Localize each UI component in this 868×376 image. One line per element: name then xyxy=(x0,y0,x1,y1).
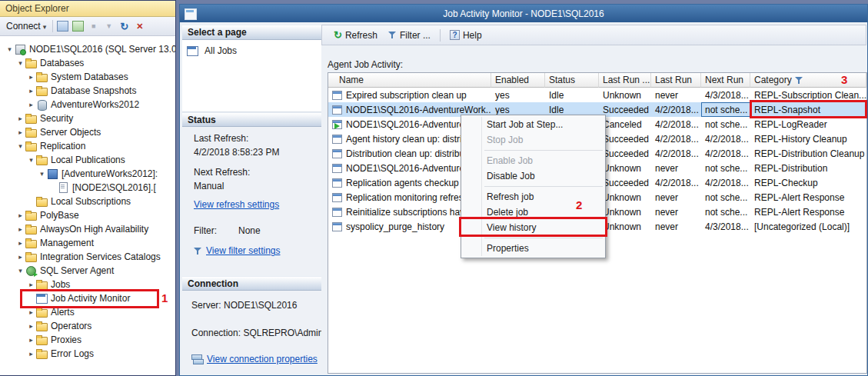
job-icon xyxy=(332,120,342,129)
tree-item-server-objects[interactable]: ▸Server Objects xyxy=(0,125,175,139)
menu-item-view-history[interactable]: View history xyxy=(461,220,605,235)
page-item-all-jobs[interactable]: All Jobs xyxy=(182,42,321,58)
page-list: All Jobs xyxy=(182,40,321,112)
disconnect-icon[interactable] xyxy=(72,21,84,32)
expand-icon[interactable]: ▸ xyxy=(26,73,36,81)
refresh-icon[interactable] xyxy=(118,21,130,32)
tree-item-integration-services-catalogs[interactable]: ▸Integration Services Catalogs xyxy=(0,250,175,264)
menu-item-start-job-at-step[interactable]: Start Job at Step... xyxy=(461,117,605,132)
category-filter-icon[interactable] xyxy=(795,76,803,85)
view-refresh-settings-link[interactable]: View refresh settings xyxy=(194,199,279,210)
job-row[interactable]: Expired subscription clean upyesIdleUnkn… xyxy=(328,88,866,102)
tree-item-security[interactable]: ▸Security xyxy=(0,111,175,125)
expand-icon[interactable]: ▸ xyxy=(15,211,25,219)
tree-item-alwayson-high-availability[interactable]: ▸AlwaysOn High Availability xyxy=(0,222,175,236)
clear-filter-icon[interactable] xyxy=(134,21,145,32)
column-header-last-run[interactable]: Last Run xyxy=(651,73,701,88)
tree-item-jobs[interactable]: ▸Jobs xyxy=(0,278,175,291)
tree-item-adventureworks2012[interactable]: ▾[AdventureWorks2012]: xyxy=(0,167,175,181)
folder-icon xyxy=(36,72,48,82)
expand-icon[interactable]: ▸ xyxy=(26,322,36,330)
pub-icon xyxy=(47,168,58,179)
expand-icon[interactable]: ▸ xyxy=(15,128,25,136)
menu-item-properties[interactable]: Properties xyxy=(461,241,605,256)
column-header-next-run[interactable]: Next Run xyxy=(701,73,750,88)
column-header-category[interactable]: Category xyxy=(750,73,866,88)
collapse-icon[interactable]: ▾ xyxy=(37,170,47,178)
tree-item-operators[interactable]: ▸Operators xyxy=(0,319,175,333)
tree-item-local-publications[interactable]: ▾Local Publications xyxy=(0,153,175,167)
column-header-enabled[interactable]: Enabled xyxy=(491,73,545,88)
column-header-label: Last Run ... xyxy=(603,75,650,85)
filter-row: Filter: None xyxy=(194,225,321,236)
cell-text: Agent history clean up: distributi xyxy=(346,134,477,145)
tree-item-error-logs[interactable]: ▸Error Logs xyxy=(0,347,175,361)
expand-icon[interactable]: ▸ xyxy=(26,336,36,344)
select-page-pane: Select a page All Jobs Status Last Refre… xyxy=(182,25,321,373)
tree-item-label: Database Snapshots xyxy=(51,85,136,96)
tree-item-alerts[interactable]: ▸Alerts xyxy=(0,305,175,319)
collapse-icon[interactable]: ▾ xyxy=(26,156,36,164)
collapse-icon[interactable]: ▾ xyxy=(15,142,25,150)
tree-item-databases[interactable]: ▾Databases xyxy=(0,56,175,70)
column-header-status[interactable]: Status xyxy=(545,73,599,88)
agent-icon xyxy=(25,265,37,276)
menu-item-refresh-job[interactable]: Refresh job xyxy=(461,189,605,205)
tree-item-database-snapshots[interactable]: ▸Database Snapshots xyxy=(0,84,175,98)
help-button[interactable]: Help xyxy=(444,28,487,43)
column-header-name[interactable]: Name xyxy=(328,73,491,88)
menu-item-delete-job[interactable]: Delete job xyxy=(461,205,605,220)
expand-icon[interactable]: ▸ xyxy=(26,101,36,108)
column-header-last-run[interactable]: Last Run ... xyxy=(599,73,651,88)
connect-button[interactable]: Connect xyxy=(4,19,48,33)
tree-item-job-activity-monitor[interactable]: Job Activity Monitor xyxy=(0,291,175,305)
cell-text: never xyxy=(655,207,678,218)
tree-item-management[interactable]: ▸Management xyxy=(0,236,175,250)
filter-button[interactable]: Filter ... xyxy=(383,28,436,43)
cell-text: not sche... xyxy=(705,192,747,203)
tree-item-proxies[interactable]: ▸Proxies xyxy=(0,333,175,347)
tree-item-sql-server-agent[interactable]: ▾SQL Server Agent xyxy=(0,264,175,278)
collapse-icon[interactable]: ▾ xyxy=(15,267,25,275)
tree-item-node1-sql2016-sql-server-13-0[interactable]: ▾NODE1\SQL2016 (SQL Server 13.0. xyxy=(0,42,175,56)
tree-item-replication[interactable]: ▾Replication xyxy=(0,139,175,153)
collapse-icon[interactable]: ▾ xyxy=(15,59,25,67)
tree-item-label: PolyBase xyxy=(40,210,79,221)
tree-item-label: Job Activity Monitor xyxy=(51,293,130,304)
expand-icon[interactable]: ▸ xyxy=(15,115,25,122)
column-header-label: Enabled xyxy=(495,75,529,85)
expand-icon[interactable]: ▸ xyxy=(26,350,36,358)
cell-text: Replication monitoring refresher xyxy=(346,192,477,203)
expand-icon[interactable]: ▸ xyxy=(15,253,25,261)
job-icon xyxy=(332,208,342,217)
view-filter-settings-link[interactable]: View filter settings xyxy=(206,245,281,256)
object-explorer-toolbar: Connect xyxy=(0,17,175,36)
help-button-label: Help xyxy=(463,30,482,41)
cell-text: NODE1\SQL2016-AdventureW xyxy=(346,163,473,174)
collapse-icon[interactable]: ▾ xyxy=(5,45,15,53)
job-cell: never xyxy=(651,88,701,102)
expand-icon[interactable]: ▸ xyxy=(26,308,36,316)
expand-icon[interactable]: ▸ xyxy=(26,87,36,95)
refresh-icon xyxy=(334,29,342,41)
job-icon xyxy=(332,164,342,173)
menu-item-disable-job[interactable]: Disable Job xyxy=(461,168,605,184)
tree-item-label: Error Logs xyxy=(51,348,94,359)
view-connection-properties-link[interactable]: View connection properties xyxy=(207,354,318,364)
window-titlebar[interactable]: Job Activity Monitor - NODE1\SQL2016 xyxy=(180,5,867,22)
job-cell: Unknown xyxy=(599,88,651,102)
cell-text: Succeeded xyxy=(603,148,649,159)
tree-item-adventureworks2012[interactable]: ▸AdventureWorks2012 xyxy=(0,98,175,111)
expand-icon[interactable]: ▸ xyxy=(26,281,36,288)
expand-icon[interactable]: ▸ xyxy=(15,225,25,233)
tree-item-polybase[interactable]: ▸PolyBase xyxy=(0,208,175,222)
refresh-button[interactable]: Refresh xyxy=(328,27,383,43)
tree-item-node2-sql2016[interactable]: [NODE2\SQL2016].[ xyxy=(0,181,175,195)
tree-item-local-subscriptions[interactable]: Local Subscriptions xyxy=(0,195,175,208)
cell-text: Canceled xyxy=(603,119,642,130)
tree-item-label: Integration Services Catalogs xyxy=(40,251,161,262)
connect-to-server-icon[interactable] xyxy=(57,21,68,32)
tree-item-system-databases[interactable]: ▸System Databases xyxy=(0,70,175,84)
job-cell: REPL-Distribution xyxy=(750,161,866,175)
expand-icon[interactable]: ▸ xyxy=(15,239,25,247)
